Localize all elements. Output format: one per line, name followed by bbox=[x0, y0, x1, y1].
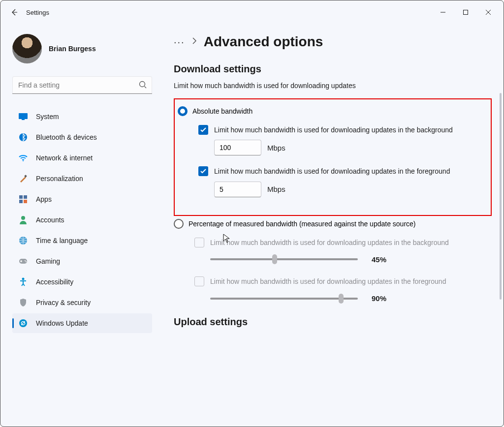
svg-rect-7 bbox=[19, 195, 23, 199]
sidebar: Brian Burgess System Bluetooth & devices… bbox=[0, 24, 158, 427]
radio-label: Percentage of measured bandwidth (measur… bbox=[189, 220, 416, 228]
nav-label: Time & language bbox=[36, 237, 88, 244]
profile-block[interactable]: Brian Burgess bbox=[12, 34, 152, 63]
shield-icon bbox=[18, 298, 28, 307]
window-controls bbox=[432, 4, 500, 20]
percent-fg-block: Limit how much bandwidth is used for dow… bbox=[174, 276, 492, 311]
nav-label: Gaming bbox=[36, 257, 60, 265]
checkbox-unchecked-icon bbox=[194, 276, 204, 286]
wifi-icon bbox=[18, 153, 28, 163]
radio-absolute-bandwidth[interactable]: Absolute bandwidth bbox=[178, 106, 486, 116]
sidebar-item-system[interactable]: System bbox=[12, 107, 152, 126]
percent-fg-value: 90% bbox=[372, 294, 396, 303]
radio-off-icon bbox=[174, 219, 184, 229]
svg-rect-10 bbox=[24, 200, 27, 203]
svg-rect-3 bbox=[22, 119, 25, 120]
svg-point-15 bbox=[26, 261, 27, 262]
absolute-fg-block: Limit how much bandwidth is used for dow… bbox=[178, 166, 486, 204]
checkbox-label: Limit how much bandwidth is used for dow… bbox=[214, 125, 453, 135]
fg-bandwidth-input[interactable] bbox=[214, 182, 261, 197]
nav-label: Accounts bbox=[36, 216, 64, 224]
page-title: Advanced options bbox=[204, 34, 323, 50]
globe-icon bbox=[18, 236, 28, 245]
sidebar-item-time[interactable]: Time & language bbox=[12, 231, 152, 250]
bg-unit: Mbps bbox=[267, 144, 285, 152]
nav-label: Personalization bbox=[36, 175, 83, 183]
checkbox-checked-icon bbox=[198, 166, 208, 176]
checkbox-percent-fg[interactable]: Limit how much bandwidth is used for dow… bbox=[194, 276, 492, 286]
sidebar-item-accounts[interactable]: Accounts bbox=[12, 210, 152, 230]
absolute-bg-block: Limit how much bandwidth is used for dow… bbox=[178, 125, 486, 162]
sidebar-item-network[interactable]: Network & internet bbox=[12, 148, 152, 168]
sidebar-item-accessibility[interactable]: Accessibility bbox=[12, 272, 152, 292]
percent-fg-slider[interactable] bbox=[210, 298, 358, 300]
bg-bandwidth-input[interactable] bbox=[214, 140, 261, 155]
nav-label: Accessibility bbox=[36, 278, 73, 286]
apps-icon bbox=[18, 194, 28, 204]
nav-label: Apps bbox=[36, 195, 52, 203]
avatar bbox=[12, 34, 42, 63]
sidebar-item-gaming[interactable]: Gaming bbox=[12, 251, 152, 271]
sidebar-item-windows-update[interactable]: Windows Update bbox=[12, 313, 152, 333]
slider-thumb[interactable] bbox=[272, 254, 277, 264]
svg-point-14 bbox=[25, 260, 26, 261]
app-title: Settings bbox=[26, 9, 49, 16]
person-icon bbox=[18, 215, 28, 225]
slider-thumb[interactable] bbox=[339, 294, 344, 304]
percent-bg-value: 45% bbox=[372, 255, 396, 264]
checkbox-percent-bg[interactable]: Limit how much bandwidth is used for dow… bbox=[194, 238, 492, 247]
back-button[interactable] bbox=[4, 2, 24, 22]
gamepad-icon bbox=[18, 256, 28, 266]
upload-heading: Upload settings bbox=[174, 316, 492, 328]
svg-rect-8 bbox=[24, 195, 27, 199]
bg-value-row: Mbps bbox=[198, 140, 486, 155]
username: Brian Burgess bbox=[49, 45, 96, 53]
download-heading: Download settings bbox=[174, 63, 492, 75]
svg-point-5 bbox=[23, 160, 24, 161]
radio-percent-bandwidth[interactable]: Percentage of measured bandwidth (measur… bbox=[174, 219, 492, 229]
checkbox-unchecked-icon bbox=[194, 238, 204, 247]
svg-point-17 bbox=[19, 319, 27, 327]
nav-label: System bbox=[36, 113, 59, 121]
svg-rect-2 bbox=[19, 113, 28, 119]
checkbox-label: Limit how much bandwidth is used for dow… bbox=[214, 166, 450, 176]
bluetooth-icon bbox=[18, 132, 28, 142]
svg-rect-0 bbox=[464, 10, 468, 15]
checkbox-limit-bg[interactable]: Limit how much bandwidth is used for dow… bbox=[198, 125, 486, 135]
sidebar-item-bluetooth[interactable]: Bluetooth & devices bbox=[12, 127, 152, 147]
nav-label: Bluetooth & devices bbox=[36, 133, 97, 141]
fg-unit: Mbps bbox=[267, 185, 285, 193]
sidebar-item-personalization[interactable]: Personalization bbox=[12, 169, 152, 188]
checkbox-label: Limit how much bandwidth is used for dow… bbox=[210, 238, 449, 247]
minimize-button[interactable] bbox=[432, 4, 454, 20]
breadcrumb-menu-button[interactable]: ··· bbox=[174, 36, 185, 48]
nav-label: Windows Update bbox=[36, 319, 88, 327]
checkbox-label: Limit how much bandwidth is used for dow… bbox=[210, 276, 446, 286]
checkbox-limit-fg[interactable]: Limit how much bandwidth is used for dow… bbox=[198, 166, 486, 176]
nav-label: Privacy & security bbox=[36, 299, 91, 306]
search-box[interactable] bbox=[12, 76, 152, 94]
svg-point-1 bbox=[140, 82, 145, 87]
svg-rect-6 bbox=[24, 175, 27, 178]
breadcrumb: ··· Advanced options bbox=[174, 34, 492, 50]
chevron-right-icon bbox=[192, 37, 197, 46]
vertical-scrollbar[interactable] bbox=[500, 93, 502, 300]
radio-label: Absolute bandwidth bbox=[192, 107, 252, 115]
percent-bg-block: Limit how much bandwidth is used for dow… bbox=[174, 238, 492, 273]
update-icon bbox=[18, 318, 28, 328]
percent-bg-slider[interactable] bbox=[210, 258, 358, 260]
sidebar-item-privacy[interactable]: Privacy & security bbox=[12, 293, 152, 312]
sidebar-item-apps[interactable]: Apps bbox=[12, 189, 152, 209]
nav-list: System Bluetooth & devices Network & int… bbox=[12, 107, 152, 333]
highlight-box: Absolute bandwidth Limit how much bandwi… bbox=[174, 98, 492, 216]
nav-label: Network & internet bbox=[36, 154, 93, 162]
download-subline: Limit how much bandwidth is used for dow… bbox=[174, 82, 492, 90]
checkbox-checked-icon bbox=[198, 125, 208, 135]
radio-on-icon bbox=[178, 106, 188, 116]
search-input[interactable] bbox=[12, 76, 152, 94]
accessibility-icon bbox=[18, 277, 28, 287]
maximize-button[interactable] bbox=[454, 4, 477, 20]
close-button[interactable] bbox=[477, 4, 500, 20]
monitor-icon bbox=[18, 112, 28, 122]
search-icon bbox=[138, 80, 147, 91]
